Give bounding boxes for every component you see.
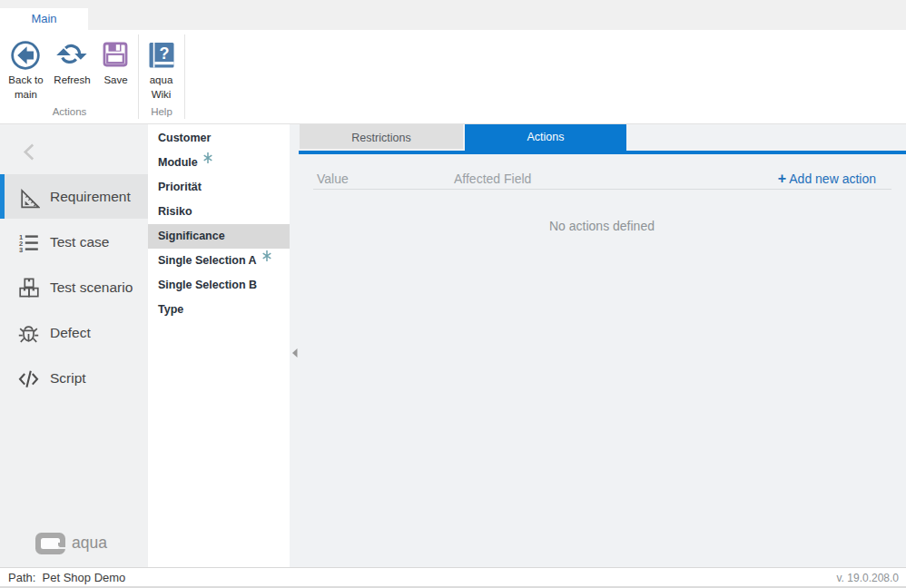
svg-text:?: ? bbox=[160, 44, 170, 63]
svg-text:3: 3 bbox=[19, 246, 23, 252]
